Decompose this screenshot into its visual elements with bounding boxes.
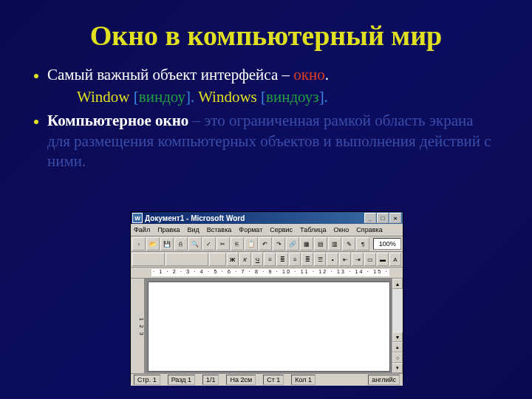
font-combo[interactable] bbox=[166, 253, 208, 266]
bold-icon[interactable]: Ж bbox=[227, 253, 239, 266]
status-pages: 1/1 bbox=[202, 375, 219, 385]
menu-format[interactable]: Формат bbox=[239, 226, 262, 233]
menubar: Файл Правка Вид Вставка Формат Сервис Та… bbox=[131, 224, 403, 236]
bracket: ]. bbox=[319, 88, 328, 106]
map-icon[interactable]: ¶ bbox=[356, 237, 369, 250]
menu-edit[interactable]: Правка bbox=[157, 226, 180, 233]
font-color-icon[interactable]: A bbox=[389, 253, 401, 266]
app-icon: W bbox=[132, 213, 143, 223]
bracket: [ bbox=[261, 88, 266, 106]
cut-icon[interactable]: ✂ bbox=[216, 237, 230, 250]
redo-icon[interactable]: ↷ bbox=[273, 237, 286, 250]
bullets-icon[interactable]: • bbox=[327, 253, 338, 266]
vertical-ruler[interactable]: 1 2 3 bbox=[131, 279, 145, 373]
window-title: Документ1 - Microsoft Word bbox=[145, 214, 364, 222]
browse-icon[interactable]: ○ bbox=[392, 352, 403, 363]
new-icon[interactable]: ▫ bbox=[132, 237, 146, 250]
status-bar: Стр. 1 Разд 1 1/1 На 2см Ст 1 Кол 1 англ… bbox=[131, 373, 403, 386]
status-line: Ст 1 bbox=[263, 375, 284, 385]
numbering-icon[interactable]: ☰ bbox=[314, 253, 326, 266]
bracket: ]. bbox=[185, 88, 198, 106]
menu-window[interactable]: Окно bbox=[333, 226, 349, 233]
copy-icon[interactable]: ⎘ bbox=[231, 237, 244, 250]
slide-content: Самый важный объект интерфейса – окно. W… bbox=[0, 65, 532, 171]
titlebar[interactable]: W Документ1 - Microsoft Word _ □ × bbox=[131, 212, 403, 224]
document-area: 1 2 3 ▲ ▼ ▴ ○ ▾ bbox=[131, 279, 403, 373]
columns-icon[interactable]: ▥ bbox=[328, 237, 341, 250]
menu-view[interactable]: Вид bbox=[188, 226, 200, 233]
spell-icon[interactable]: ✓ bbox=[202, 237, 216, 250]
status-page: Стр. 1 bbox=[134, 375, 160, 385]
vertical-scrollbar[interactable]: ▲ ▼ ▴ ○ ▾ bbox=[392, 279, 403, 373]
indent-icon[interactable]: ⇥ bbox=[352, 253, 364, 266]
next-page-icon[interactable]: ▾ bbox=[392, 363, 403, 373]
bracket: [ bbox=[134, 88, 139, 106]
term: Компьютерное окно bbox=[47, 112, 188, 129]
outdent-icon[interactable]: ⇤ bbox=[339, 253, 351, 266]
zoom-combo[interactable]: 100% bbox=[373, 238, 401, 250]
ruler-scale: · 1 · 2 · 3 · 4 · 5 · 6 · 7 · 8 · 9 · 10… bbox=[151, 269, 389, 276]
preview-icon[interactable]: 🔍 bbox=[188, 237, 202, 250]
align-left-icon[interactable]: ≡ bbox=[264, 253, 276, 266]
transcription: виндоуз bbox=[266, 88, 319, 106]
table-icon[interactable]: ▦ bbox=[300, 237, 313, 250]
size-combo[interactable] bbox=[209, 253, 226, 266]
text: Window bbox=[77, 88, 134, 106]
align-center-icon[interactable]: ≣ bbox=[276, 253, 288, 266]
status-column: Кол 1 bbox=[291, 375, 316, 385]
word-window: W Документ1 - Microsoft Word _ □ × Файл … bbox=[130, 211, 403, 383]
toolbar-standard: ▫ 📂 💾 ⎙ 🔍 ✓ ✂ ⎘ 📋 ↶ ↷ 🔗 ▦ ▤ ▥ ✎ ¶ 100% bbox=[131, 236, 403, 252]
highlight-icon[interactable]: ▬ bbox=[377, 253, 389, 266]
menu-help[interactable]: Справка bbox=[356, 226, 382, 233]
page-background bbox=[145, 279, 392, 373]
scroll-track[interactable] bbox=[392, 289, 403, 332]
bullet-2: Компьютерное окно – это ограниченная рам… bbox=[47, 111, 499, 171]
slide-title: Окно в компьютерный мир bbox=[0, 0, 532, 65]
close-button[interactable]: × bbox=[389, 213, 401, 223]
underline-icon[interactable]: Ч bbox=[252, 253, 264, 266]
drawing-icon[interactable]: ✎ bbox=[342, 237, 355, 250]
status-language: английс bbox=[368, 375, 400, 385]
text: Windows bbox=[198, 88, 261, 106]
paste-icon[interactable]: 📋 bbox=[245, 237, 258, 250]
minimize-button[interactable]: _ bbox=[364, 213, 376, 223]
transcription: виндоу bbox=[139, 88, 185, 106]
excel-icon[interactable]: ▤ bbox=[314, 237, 327, 250]
align-right-icon[interactable]: ≡ bbox=[289, 253, 301, 266]
text: Самый важный объект интерфейса – bbox=[47, 66, 293, 83]
prev-page-icon[interactable]: ▴ bbox=[392, 342, 403, 352]
text: . bbox=[325, 66, 329, 83]
status-position: На 2см bbox=[226, 375, 256, 385]
scroll-down-icon[interactable]: ▼ bbox=[392, 332, 403, 342]
document-page[interactable] bbox=[148, 282, 390, 372]
menu-file[interactable]: Файл bbox=[134, 226, 150, 233]
open-icon[interactable]: 📂 bbox=[146, 237, 160, 250]
indented-line: Window [виндоу]. Windows [виндоуз]. bbox=[77, 88, 499, 106]
style-combo[interactable] bbox=[132, 253, 165, 266]
border-icon[interactable]: ▭ bbox=[364, 253, 376, 266]
maximize-button[interactable]: □ bbox=[377, 213, 389, 223]
toolbar-formatting: Ж К Ч ≡ ≣ ≡ ≣ ☰ • ⇤ ⇥ ▭ ▬ A bbox=[131, 252, 403, 267]
save-icon[interactable]: 💾 bbox=[160, 237, 174, 250]
justify-icon[interactable]: ≣ bbox=[301, 253, 313, 266]
menu-tools[interactable]: Сервис bbox=[270, 226, 293, 233]
link-icon[interactable]: 🔗 bbox=[286, 237, 299, 250]
print-icon[interactable]: ⎙ bbox=[174, 237, 188, 250]
undo-icon[interactable]: ↶ bbox=[259, 237, 272, 250]
menu-table[interactable]: Таблица bbox=[300, 226, 326, 233]
scroll-up-icon[interactable]: ▲ bbox=[392, 279, 403, 289]
text-highlight: окно bbox=[293, 66, 324, 83]
status-section: Разд 1 bbox=[168, 375, 195, 385]
menu-insert[interactable]: Вставка bbox=[207, 226, 231, 233]
bullet-1: Самый важный объект интерфейса – окно. bbox=[47, 65, 499, 85]
horizontal-ruler[interactable]: · 1 · 2 · 3 · 4 · 5 · 6 · 7 · 8 · 9 · 10… bbox=[131, 267, 403, 279]
italic-icon[interactable]: К bbox=[239, 253, 251, 266]
